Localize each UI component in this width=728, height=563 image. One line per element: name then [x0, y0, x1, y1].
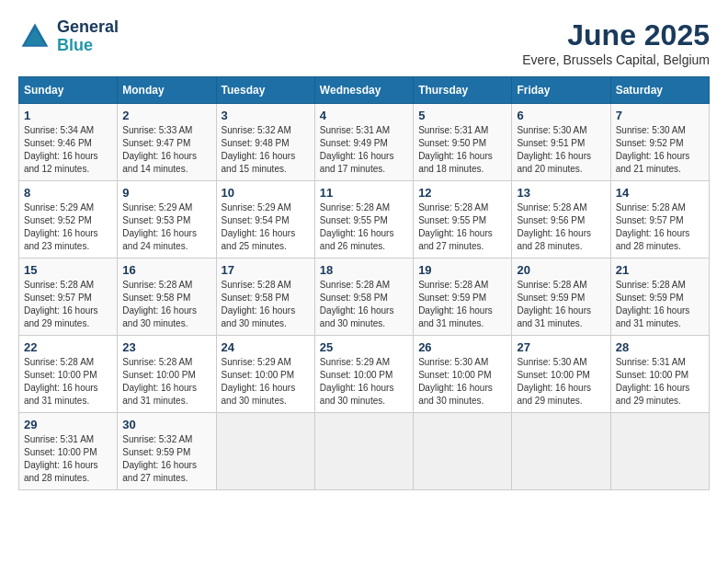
- day-info: Sunrise: 5:29 AMSunset: 9:54 PMDaylight:…: [222, 201, 310, 253]
- calendar-day-7: 7Sunrise: 5:30 AMSunset: 9:52 PMDaylight…: [610, 104, 709, 181]
- day-info: Sunrise: 5:28 AMSunset: 9:56 PMDaylight:…: [517, 201, 605, 253]
- header-cell-thursday: Thursday: [414, 77, 512, 104]
- day-info: Sunrise: 5:32 AMSunset: 9:48 PMDaylight:…: [222, 124, 310, 176]
- day-info: Sunrise: 5:28 AMSunset: 9:55 PMDaylight:…: [320, 201, 408, 253]
- header: General Blue June 2025 Evere, Brussels C…: [18, 18, 710, 67]
- calendar-day-14: 14Sunrise: 5:28 AMSunset: 9:57 PMDayligh…: [610, 181, 709, 259]
- calendar-table: SundayMondayTuesdayWednesdayThursdayFrid…: [18, 76, 710, 490]
- day-info: Sunrise: 5:31 AMSunset: 10:00 PMDaylight…: [24, 433, 112, 485]
- day-number: 14: [616, 186, 704, 200]
- calendar-day-6: 6Sunrise: 5:30 AMSunset: 9:51 PMDaylight…: [512, 104, 610, 181]
- calendar-day-21: 21Sunrise: 5:28 AMSunset: 9:59 PMDayligh…: [610, 259, 709, 336]
- day-number: 2: [122, 109, 210, 122]
- calendar-day-3: 3Sunrise: 5:32 AMSunset: 9:48 PMDaylight…: [216, 104, 314, 181]
- calendar-day-2: 2Sunrise: 5:33 AMSunset: 9:47 PMDaylight…: [118, 104, 216, 181]
- day-number: 8: [24, 186, 112, 200]
- calendar-day-11: 11Sunrise: 5:28 AMSunset: 9:55 PMDayligh…: [314, 181, 413, 259]
- header-row: SundayMondayTuesdayWednesdayThursdayFrid…: [19, 77, 710, 104]
- day-number: 27: [517, 340, 605, 354]
- day-info: Sunrise: 5:34 AMSunset: 9:46 PMDaylight:…: [24, 124, 112, 176]
- calendar-day-19: 19Sunrise: 5:28 AMSunset: 9:59 PMDayligh…: [414, 259, 512, 336]
- day-info: Sunrise: 5:29 AMSunset: 9:53 PMDaylight:…: [122, 201, 210, 253]
- calendar-day-23: 23Sunrise: 5:28 AMSunset: 10:00 PMDaylig…: [118, 336, 216, 413]
- calendar-day-9: 9Sunrise: 5:29 AMSunset: 9:53 PMDaylight…: [118, 181, 216, 259]
- calendar-week-4: 22Sunrise: 5:28 AMSunset: 10:00 PMDaylig…: [19, 336, 710, 413]
- day-info: Sunrise: 5:32 AMSunset: 9:59 PMDaylight:…: [122, 433, 210, 485]
- calendar-header: SundayMondayTuesdayWednesdayThursdayFrid…: [19, 77, 710, 104]
- header-cell-sunday: Sunday: [19, 77, 118, 104]
- day-number: 24: [222, 340, 310, 354]
- calendar-day-4: 4Sunrise: 5:31 AMSunset: 9:49 PMDaylight…: [314, 104, 413, 181]
- empty-cell: [512, 413, 610, 490]
- day-info: Sunrise: 5:30 AMSunset: 9:52 PMDaylight:…: [616, 124, 704, 176]
- header-cell-wednesday: Wednesday: [314, 77, 413, 104]
- day-number: 22: [24, 340, 112, 354]
- day-info: Sunrise: 5:30 AMSunset: 10:00 PMDaylight…: [418, 356, 506, 408]
- logo-icon: [18, 20, 51, 53]
- day-number: 11: [320, 186, 408, 200]
- calendar-day-29: 29Sunrise: 5:31 AMSunset: 10:00 PMDaylig…: [19, 413, 118, 490]
- calendar-day-17: 17Sunrise: 5:28 AMSunset: 9:58 PMDayligh…: [216, 259, 314, 336]
- day-info: Sunrise: 5:28 AMSunset: 10:00 PMDaylight…: [122, 356, 210, 408]
- logo: General Blue: [18, 18, 119, 55]
- header-cell-friday: Friday: [512, 77, 610, 104]
- empty-cell: [216, 413, 314, 490]
- day-info: Sunrise: 5:28 AMSunset: 9:57 PMDaylight:…: [616, 201, 704, 253]
- empty-cell: [314, 413, 413, 490]
- header-cell-tuesday: Tuesday: [216, 77, 314, 104]
- day-info: Sunrise: 5:28 AMSunset: 9:55 PMDaylight:…: [418, 201, 506, 253]
- calendar-day-27: 27Sunrise: 5:30 AMSunset: 10:00 PMDaylig…: [512, 336, 610, 413]
- day-number: 12: [418, 186, 506, 200]
- day-number: 20: [517, 263, 605, 277]
- day-number: 6: [517, 109, 605, 122]
- day-info: Sunrise: 5:31 AMSunset: 9:50 PMDaylight:…: [418, 124, 506, 176]
- day-number: 9: [122, 186, 210, 200]
- day-info: Sunrise: 5:31 AMSunset: 10:00 PMDaylight…: [616, 356, 704, 408]
- calendar-day-5: 5Sunrise: 5:31 AMSunset: 9:50 PMDaylight…: [414, 104, 512, 181]
- calendar-body: 1Sunrise: 5:34 AMSunset: 9:46 PMDaylight…: [19, 104, 710, 490]
- day-info: Sunrise: 5:29 AMSunset: 10:00 PMDaylight…: [222, 356, 310, 408]
- day-info: Sunrise: 5:28 AMSunset: 9:58 PMDaylight:…: [222, 279, 310, 330]
- title-area: June 2025 Evere, Brussels Capital, Belgi…: [522, 18, 710, 67]
- day-info: Sunrise: 5:30 AMSunset: 9:51 PMDaylight:…: [517, 124, 605, 176]
- calendar-day-16: 16Sunrise: 5:28 AMSunset: 9:58 PMDayligh…: [118, 259, 216, 336]
- day-info: Sunrise: 5:28 AMSunset: 10:00 PMDaylight…: [24, 356, 112, 408]
- calendar-week-3: 15Sunrise: 5:28 AMSunset: 9:57 PMDayligh…: [19, 259, 710, 336]
- logo-text: General Blue: [57, 18, 119, 55]
- calendar-week-5: 29Sunrise: 5:31 AMSunset: 10:00 PMDaylig…: [19, 413, 710, 490]
- day-number: 10: [222, 186, 310, 200]
- calendar-day-22: 22Sunrise: 5:28 AMSunset: 10:00 PMDaylig…: [19, 336, 118, 413]
- day-number: 29: [24, 418, 112, 431]
- calendar-day-1: 1Sunrise: 5:34 AMSunset: 9:46 PMDaylight…: [19, 104, 118, 181]
- day-info: Sunrise: 5:28 AMSunset: 9:58 PMDaylight:…: [320, 279, 408, 330]
- day-number: 13: [517, 186, 605, 200]
- calendar-day-30: 30Sunrise: 5:32 AMSunset: 9:59 PMDayligh…: [118, 413, 216, 490]
- subtitle: Evere, Brussels Capital, Belgium: [522, 52, 710, 67]
- day-info: Sunrise: 5:29 AMSunset: 10:00 PMDaylight…: [320, 356, 408, 408]
- calendar-day-25: 25Sunrise: 5:29 AMSunset: 10:00 PMDaylig…: [314, 336, 413, 413]
- day-info: Sunrise: 5:28 AMSunset: 9:59 PMDaylight:…: [418, 279, 506, 330]
- calendar-day-8: 8Sunrise: 5:29 AMSunset: 9:52 PMDaylight…: [19, 181, 118, 259]
- calendar-day-12: 12Sunrise: 5:28 AMSunset: 9:55 PMDayligh…: [414, 181, 512, 259]
- day-number: 5: [418, 109, 506, 122]
- day-number: 1: [24, 109, 112, 122]
- day-info: Sunrise: 5:29 AMSunset: 9:52 PMDaylight:…: [24, 201, 112, 253]
- day-number: 19: [418, 263, 506, 277]
- calendar-day-28: 28Sunrise: 5:31 AMSunset: 10:00 PMDaylig…: [610, 336, 709, 413]
- day-number: 23: [122, 340, 210, 354]
- day-info: Sunrise: 5:28 AMSunset: 9:58 PMDaylight:…: [122, 279, 210, 330]
- day-number: 7: [616, 109, 704, 122]
- empty-cell: [414, 413, 512, 490]
- day-number: 30: [122, 418, 210, 431]
- calendar-day-24: 24Sunrise: 5:29 AMSunset: 10:00 PMDaylig…: [216, 336, 314, 413]
- day-number: 4: [320, 109, 408, 122]
- day-number: 17: [222, 263, 310, 277]
- day-info: Sunrise: 5:31 AMSunset: 9:49 PMDaylight:…: [320, 124, 408, 176]
- calendar-day-20: 20Sunrise: 5:28 AMSunset: 9:59 PMDayligh…: [512, 259, 610, 336]
- day-number: 18: [320, 263, 408, 277]
- day-number: 16: [122, 263, 210, 277]
- header-cell-monday: Monday: [118, 77, 216, 104]
- day-number: 3: [222, 109, 310, 122]
- day-info: Sunrise: 5:33 AMSunset: 9:47 PMDaylight:…: [122, 124, 210, 176]
- day-number: 28: [616, 340, 704, 354]
